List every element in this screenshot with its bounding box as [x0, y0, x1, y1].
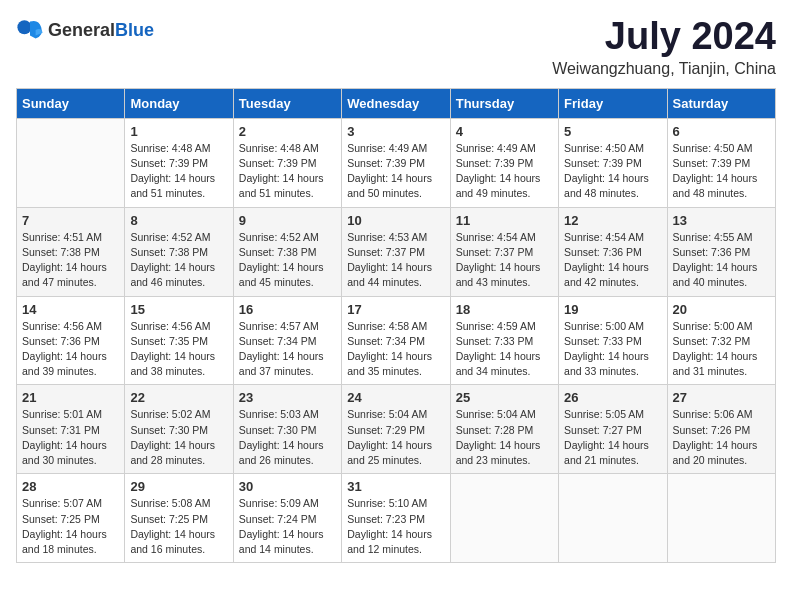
- day-number: 27: [673, 390, 770, 405]
- day-info: Sunrise: 5:09 AMSunset: 7:24 PMDaylight:…: [239, 497, 324, 555]
- weekday-header-row: SundayMondayTuesdayWednesdayThursdayFrid…: [17, 88, 776, 118]
- calendar-cell: [667, 474, 775, 563]
- calendar-cell: 4Sunrise: 4:49 AMSunset: 7:39 PMDaylight…: [450, 118, 558, 207]
- calendar-cell: 18Sunrise: 4:59 AMSunset: 7:33 PMDayligh…: [450, 296, 558, 385]
- day-number: 26: [564, 390, 661, 405]
- calendar-cell: [450, 474, 558, 563]
- day-number: 7: [22, 213, 119, 228]
- calendar-cell: 10Sunrise: 4:53 AMSunset: 7:37 PMDayligh…: [342, 207, 450, 296]
- day-number: 15: [130, 302, 227, 317]
- day-number: 24: [347, 390, 444, 405]
- calendar-cell: [559, 474, 667, 563]
- main-title: July 2024: [552, 16, 776, 58]
- calendar-cell: 27Sunrise: 5:06 AMSunset: 7:26 PMDayligh…: [667, 385, 775, 474]
- day-info: Sunrise: 5:02 AMSunset: 7:30 PMDaylight:…: [130, 408, 215, 466]
- day-info: Sunrise: 4:50 AMSunset: 7:39 PMDaylight:…: [564, 142, 649, 200]
- calendar-week-row: 7Sunrise: 4:51 AMSunset: 7:38 PMDaylight…: [17, 207, 776, 296]
- day-info: Sunrise: 4:49 AMSunset: 7:39 PMDaylight:…: [347, 142, 432, 200]
- weekday-header-monday: Monday: [125, 88, 233, 118]
- day-number: 10: [347, 213, 444, 228]
- calendar-week-row: 1Sunrise: 4:48 AMSunset: 7:39 PMDaylight…: [17, 118, 776, 207]
- weekday-header-saturday: Saturday: [667, 88, 775, 118]
- day-info: Sunrise: 4:51 AMSunset: 7:38 PMDaylight:…: [22, 231, 107, 289]
- day-info: Sunrise: 4:59 AMSunset: 7:33 PMDaylight:…: [456, 320, 541, 378]
- day-info: Sunrise: 5:06 AMSunset: 7:26 PMDaylight:…: [673, 408, 758, 466]
- calendar-cell: 7Sunrise: 4:51 AMSunset: 7:38 PMDaylight…: [17, 207, 125, 296]
- svg-point-0: [17, 20, 31, 34]
- day-number: 18: [456, 302, 553, 317]
- calendar-cell: 21Sunrise: 5:01 AMSunset: 7:31 PMDayligh…: [17, 385, 125, 474]
- day-number: 12: [564, 213, 661, 228]
- day-info: Sunrise: 5:07 AMSunset: 7:25 PMDaylight:…: [22, 497, 107, 555]
- calendar-cell: 1Sunrise: 4:48 AMSunset: 7:39 PMDaylight…: [125, 118, 233, 207]
- day-info: Sunrise: 4:56 AMSunset: 7:36 PMDaylight:…: [22, 320, 107, 378]
- day-info: Sunrise: 4:52 AMSunset: 7:38 PMDaylight:…: [130, 231, 215, 289]
- day-number: 25: [456, 390, 553, 405]
- calendar-cell: 26Sunrise: 5:05 AMSunset: 7:27 PMDayligh…: [559, 385, 667, 474]
- calendar-cell: 3Sunrise: 4:49 AMSunset: 7:39 PMDaylight…: [342, 118, 450, 207]
- day-info: Sunrise: 4:49 AMSunset: 7:39 PMDaylight:…: [456, 142, 541, 200]
- day-number: 20: [673, 302, 770, 317]
- calendar-cell: 19Sunrise: 5:00 AMSunset: 7:33 PMDayligh…: [559, 296, 667, 385]
- day-number: 11: [456, 213, 553, 228]
- day-info: Sunrise: 4:58 AMSunset: 7:34 PMDaylight:…: [347, 320, 432, 378]
- day-info: Sunrise: 4:54 AMSunset: 7:37 PMDaylight:…: [456, 231, 541, 289]
- weekday-header-tuesday: Tuesday: [233, 88, 341, 118]
- calendar-week-row: 21Sunrise: 5:01 AMSunset: 7:31 PMDayligh…: [17, 385, 776, 474]
- day-number: 1: [130, 124, 227, 139]
- calendar-cell: 23Sunrise: 5:03 AMSunset: 7:30 PMDayligh…: [233, 385, 341, 474]
- day-info: Sunrise: 5:00 AMSunset: 7:33 PMDaylight:…: [564, 320, 649, 378]
- day-info: Sunrise: 5:08 AMSunset: 7:25 PMDaylight:…: [130, 497, 215, 555]
- weekday-header-thursday: Thursday: [450, 88, 558, 118]
- day-number: 22: [130, 390, 227, 405]
- calendar-cell: [17, 118, 125, 207]
- day-info: Sunrise: 5:03 AMSunset: 7:30 PMDaylight:…: [239, 408, 324, 466]
- calendar-cell: 2Sunrise: 4:48 AMSunset: 7:39 PMDaylight…: [233, 118, 341, 207]
- day-info: Sunrise: 4:57 AMSunset: 7:34 PMDaylight:…: [239, 320, 324, 378]
- weekday-header-sunday: Sunday: [17, 88, 125, 118]
- day-number: 13: [673, 213, 770, 228]
- calendar-cell: 24Sunrise: 5:04 AMSunset: 7:29 PMDayligh…: [342, 385, 450, 474]
- day-number: 9: [239, 213, 336, 228]
- day-info: Sunrise: 5:05 AMSunset: 7:27 PMDaylight:…: [564, 408, 649, 466]
- day-number: 17: [347, 302, 444, 317]
- day-number: 23: [239, 390, 336, 405]
- calendar-cell: 6Sunrise: 4:50 AMSunset: 7:39 PMDaylight…: [667, 118, 775, 207]
- calendar-cell: 12Sunrise: 4:54 AMSunset: 7:36 PMDayligh…: [559, 207, 667, 296]
- calendar-cell: 5Sunrise: 4:50 AMSunset: 7:39 PMDaylight…: [559, 118, 667, 207]
- page-header: GeneralBlue July 2024 Weiwangzhuang, Tia…: [16, 16, 776, 78]
- day-info: Sunrise: 5:04 AMSunset: 7:28 PMDaylight:…: [456, 408, 541, 466]
- calendar-cell: 13Sunrise: 4:55 AMSunset: 7:36 PMDayligh…: [667, 207, 775, 296]
- day-number: 31: [347, 479, 444, 494]
- day-info: Sunrise: 5:10 AMSunset: 7:23 PMDaylight:…: [347, 497, 432, 555]
- day-info: Sunrise: 5:00 AMSunset: 7:32 PMDaylight:…: [673, 320, 758, 378]
- day-number: 21: [22, 390, 119, 405]
- day-number: 5: [564, 124, 661, 139]
- day-info: Sunrise: 4:48 AMSunset: 7:39 PMDaylight:…: [239, 142, 324, 200]
- weekday-header-wednesday: Wednesday: [342, 88, 450, 118]
- day-info: Sunrise: 4:53 AMSunset: 7:37 PMDaylight:…: [347, 231, 432, 289]
- calendar-cell: 11Sunrise: 4:54 AMSunset: 7:37 PMDayligh…: [450, 207, 558, 296]
- day-number: 8: [130, 213, 227, 228]
- logo-blue-text: Blue: [115, 20, 154, 40]
- calendar-cell: 25Sunrise: 5:04 AMSunset: 7:28 PMDayligh…: [450, 385, 558, 474]
- calendar-cell: 17Sunrise: 4:58 AMSunset: 7:34 PMDayligh…: [342, 296, 450, 385]
- day-number: 4: [456, 124, 553, 139]
- day-number: 30: [239, 479, 336, 494]
- calendar-cell: 22Sunrise: 5:02 AMSunset: 7:30 PMDayligh…: [125, 385, 233, 474]
- calendar-table: SundayMondayTuesdayWednesdayThursdayFrid…: [16, 88, 776, 563]
- day-number: 28: [22, 479, 119, 494]
- day-info: Sunrise: 4:54 AMSunset: 7:36 PMDaylight:…: [564, 231, 649, 289]
- logo: GeneralBlue: [16, 16, 154, 44]
- calendar-cell: 29Sunrise: 5:08 AMSunset: 7:25 PMDayligh…: [125, 474, 233, 563]
- day-info: Sunrise: 4:52 AMSunset: 7:38 PMDaylight:…: [239, 231, 324, 289]
- calendar-week-row: 28Sunrise: 5:07 AMSunset: 7:25 PMDayligh…: [17, 474, 776, 563]
- day-number: 14: [22, 302, 119, 317]
- day-info: Sunrise: 4:56 AMSunset: 7:35 PMDaylight:…: [130, 320, 215, 378]
- day-number: 16: [239, 302, 336, 317]
- day-info: Sunrise: 4:48 AMSunset: 7:39 PMDaylight:…: [130, 142, 215, 200]
- calendar-cell: 14Sunrise: 4:56 AMSunset: 7:36 PMDayligh…: [17, 296, 125, 385]
- day-number: 2: [239, 124, 336, 139]
- title-block: July 2024 Weiwangzhuang, Tianjin, China: [552, 16, 776, 78]
- calendar-week-row: 14Sunrise: 4:56 AMSunset: 7:36 PMDayligh…: [17, 296, 776, 385]
